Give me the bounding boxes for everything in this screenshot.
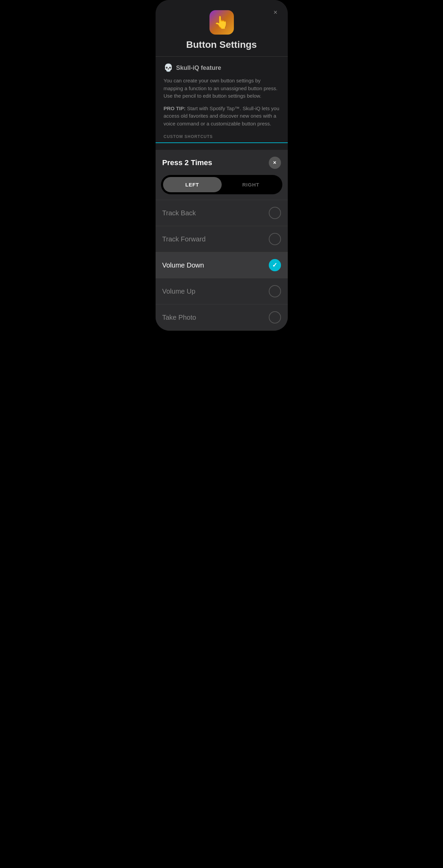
skull-iq-header: 💀 Skull-iQ feature bbox=[164, 63, 280, 72]
top-divider bbox=[156, 56, 288, 57]
pro-tip-bold: PRO TIP: bbox=[164, 105, 186, 111]
radio-volume-up[interactable] bbox=[269, 285, 281, 297]
options-list: Track Back Track Forward Volume Down ✓ V… bbox=[156, 200, 288, 331]
option-track-back[interactable]: Track Back bbox=[156, 200, 288, 226]
option-volume-up[interactable]: Volume Up bbox=[156, 278, 288, 304]
toggle-right[interactable]: RIGHT bbox=[222, 177, 280, 192]
lr-toggle[interactable]: LEFT RIGHT bbox=[161, 175, 282, 194]
skull-iq-icon: 💀 bbox=[164, 63, 173, 72]
close-bottom-button[interactable]: × bbox=[269, 157, 281, 169]
teal-accent-line bbox=[156, 142, 288, 143]
bottom-section: Press 2 Times × LEFT RIGHT Track Back Tr… bbox=[156, 150, 288, 331]
pro-tip-text: PRO TIP: Start with Spotify Tap™. Skull-… bbox=[164, 105, 280, 128]
app-icon-wrapper: 👆 bbox=[164, 10, 280, 35]
page-title: Button Settings bbox=[164, 39, 280, 50]
checkmark-icon: ✓ bbox=[272, 261, 277, 269]
press-header: Press 2 Times × bbox=[156, 150, 288, 175]
option-track-forward[interactable]: Track Forward bbox=[156, 226, 288, 252]
radio-track-back[interactable] bbox=[269, 207, 281, 219]
option-volume-down-label: Volume Down bbox=[162, 261, 204, 269]
close-top-button[interactable]: × bbox=[270, 7, 281, 18]
press-title: Press 2 Times bbox=[162, 158, 213, 167]
description-text: You can create your own button settings … bbox=[164, 77, 280, 100]
option-take-photo-label: Take Photo bbox=[162, 314, 196, 321]
option-take-photo[interactable]: Take Photo bbox=[156, 304, 288, 331]
toggle-left[interactable]: LEFT bbox=[163, 177, 222, 192]
skull-iq-title: Skull-iQ feature bbox=[176, 64, 221, 72]
option-track-forward-label: Track Forward bbox=[162, 235, 206, 243]
radio-take-photo[interactable] bbox=[269, 311, 281, 323]
app-icon: 👆 bbox=[209, 10, 234, 35]
option-volume-up-label: Volume Up bbox=[162, 288, 196, 295]
top-section: × 👆 Button Settings 💀 Skull-iQ feature Y… bbox=[156, 0, 288, 150]
radio-volume-down[interactable]: ✓ bbox=[269, 259, 281, 271]
option-volume-down[interactable]: Volume Down ✓ bbox=[156, 252, 288, 278]
custom-shortcuts-label: CUSTOM SHORTCUTS bbox=[164, 134, 280, 142]
screen: × 👆 Button Settings 💀 Skull-iQ feature Y… bbox=[156, 0, 288, 331]
radio-track-forward[interactable] bbox=[269, 233, 281, 245]
option-track-back-label: Track Back bbox=[162, 209, 196, 217]
